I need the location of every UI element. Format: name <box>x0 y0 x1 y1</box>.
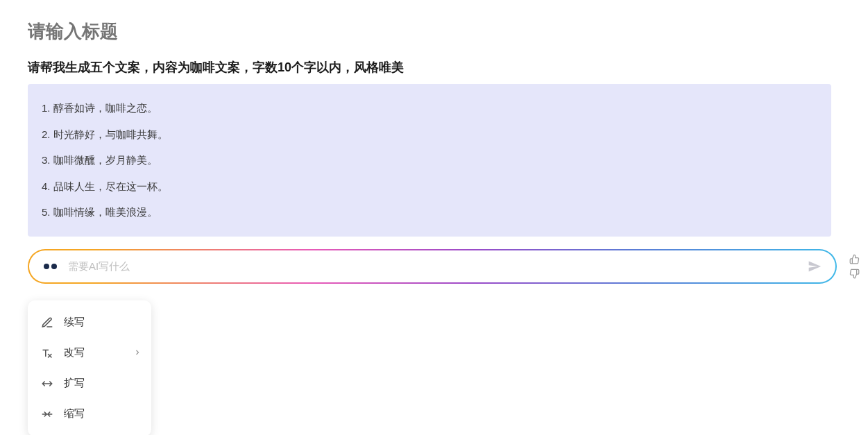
response-line: 5. 咖啡情缘，唯美浪漫。 <box>42 199 817 225</box>
compress-icon <box>40 407 54 421</box>
ai-prompt-input[interactable] <box>68 260 797 272</box>
menu-item-label: 扩写 <box>64 377 85 390</box>
send-button[interactable] <box>805 257 824 276</box>
bot-avatar-icon <box>40 259 60 273</box>
menu-item-shorten[interactable]: 缩写 <box>28 399 151 429</box>
menu-item-continue[interactable]: 续写 <box>28 307 151 338</box>
menu-item-label: 改写 <box>64 346 85 359</box>
response-line: 1. 醇香如诗，咖啡之恋。 <box>42 95 817 121</box>
menu-item-label: 续写 <box>64 316 85 329</box>
action-menu: 续写 改写 扩写 缩写 <box>28 300 151 436</box>
pencil-icon <box>40 316 54 330</box>
expand-icon <box>40 377 54 391</box>
text-x-icon <box>40 346 54 360</box>
ai-input-container <box>28 249 837 284</box>
menu-item-rewrite[interactable]: 改写 <box>28 338 151 368</box>
send-icon <box>808 259 822 273</box>
thumbs-up-icon <box>849 254 860 264</box>
menu-item-expand[interactable]: 扩写 <box>28 368 151 399</box>
user-prompt: 请帮我生成五个文案，内容为咖啡文案，字数10个字以内，风格唯美 <box>28 59 840 76</box>
title-input[interactable] <box>28 21 840 42</box>
menu-item-label: 缩写 <box>64 407 85 420</box>
chevron-right-icon <box>133 347 142 359</box>
thumbs-down-button[interactable] <box>849 268 860 279</box>
ai-response-box: 1. 醇香如诗，咖啡之恋。 2. 时光静好，与咖啡共舞。 3. 咖啡微醺，岁月静… <box>28 84 831 237</box>
thumbs-down-icon <box>849 268 860 279</box>
response-line: 2. 时光静好，与咖啡共舞。 <box>42 121 817 148</box>
thumbs-up-button[interactable] <box>849 254 860 264</box>
response-line: 4. 品味人生，尽在这一杯。 <box>42 173 817 200</box>
response-line: 3. 咖啡微醺，岁月静美。 <box>42 147 817 173</box>
